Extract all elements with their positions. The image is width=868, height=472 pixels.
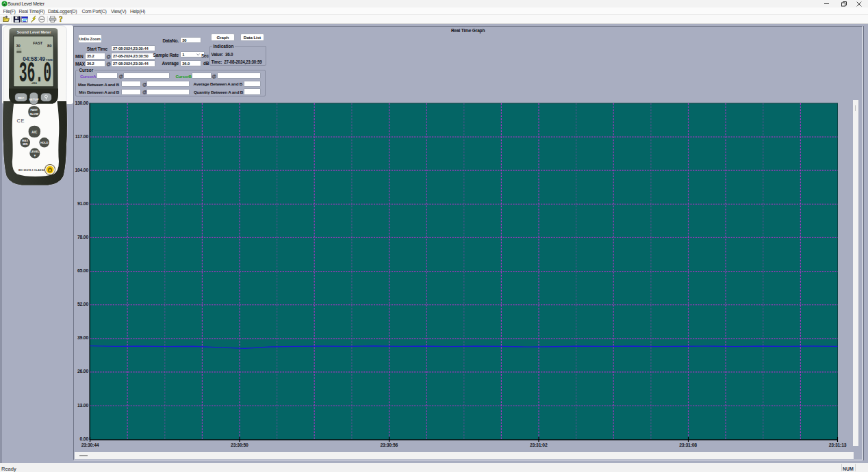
svg-text:A/C: A/C [31, 131, 38, 134]
svg-text:FAST: FAST [33, 41, 42, 45]
svg-text:30: 30 [16, 44, 20, 48]
svg-text:LEVEL: LEVEL [30, 150, 40, 153]
svg-text:CE: CE [17, 118, 25, 124]
svg-text:dBA: dBA [31, 81, 37, 85]
svg-text:36.0: 36.0 [19, 57, 52, 90]
svg-text:HOLD: HOLD [40, 141, 49, 144]
svg-text:SETUP: SETUP [29, 98, 38, 101]
svg-text:REC: REC [18, 96, 24, 100]
svg-text:SLOW: SLOW [30, 112, 39, 116]
svg-text:▼: ▼ [34, 154, 36, 157]
svg-text:FAST: FAST [30, 108, 38, 112]
svg-text:MIN: MIN [23, 142, 27, 146]
svg-text:IEC 61672-1 CLASS2: IEC 61672-1 CLASS2 [18, 168, 45, 172]
svg-text:80: 80 [47, 44, 51, 48]
svg-text:Sound Level Meter: Sound Level Meter [17, 30, 52, 34]
